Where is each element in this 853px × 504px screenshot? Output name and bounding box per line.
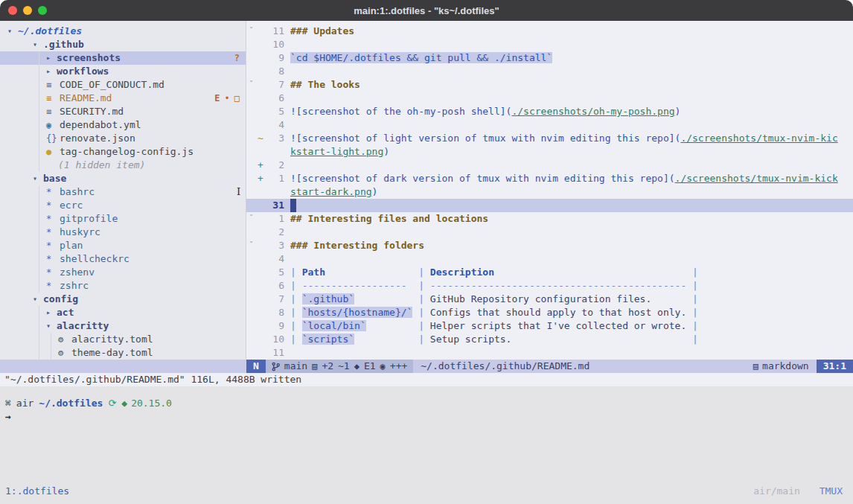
tree-item-folder-act[interactable]: ▸act (0, 306, 246, 319)
syntax-ttext: Helper scripts that I've collected or wr… (430, 320, 686, 331)
git-branch-icon (272, 362, 280, 371)
tree-item-file-zshenv[interactable]: *zshenv (0, 266, 246, 279)
editor-line[interactable]: start-dark.png) (246, 185, 853, 199)
tree-item-file-theme-day-toml[interactable]: ⚙theme-day.toml (0, 346, 246, 360)
tree-item-hidden-items-info[interactable]: (1 hidden item) (0, 159, 246, 172)
fold-open-icon[interactable]: ˇ (246, 212, 256, 226)
syntax-ttext (354, 293, 418, 304)
editor-line[interactable]: 11 (246, 346, 853, 360)
syntax-heading: ### Interesting folders (290, 240, 424, 251)
chevron-down-icon[interactable]: ▾ (7, 25, 18, 38)
tree-item-file-zshrc[interactable]: *zshrc (0, 279, 246, 293)
tree-item-folder-screenshots[interactable]: ▸screenshots? (0, 51, 246, 65)
syntax-ttext (686, 280, 692, 291)
gutter-gap (284, 92, 290, 105)
editor-line[interactable]: ˇ11### Updates (246, 25, 853, 38)
shell-icon: * (46, 212, 60, 226)
tree-item-file-plan[interactable]: *plan (0, 239, 246, 252)
editor-pane[interactable]: ˇ11### Updates109`cd $HOME/.dotfiles && … (246, 21, 853, 360)
syntax-tpipe: ----------------------------------------… (430, 280, 686, 291)
editor-line[interactable]: 2 (246, 226, 853, 239)
editor-line[interactable]: 5![screenshot of the oh-my-posh shell](.… (246, 105, 853, 118)
tree-item-file-alacritty-toml[interactable]: ⚙alacritty.toml (0, 333, 246, 346)
chevron-down-icon[interactable]: ▾ (33, 172, 43, 185)
editor-line[interactable]: 4 (246, 252, 853, 266)
editor-line[interactable]: 8 (246, 65, 853, 78)
tree-item-file-gitprofile[interactable]: *gitprofile (0, 212, 246, 226)
tree-item-file-ecrc[interactable]: *ecrc (0, 199, 246, 212)
close-button[interactable] (8, 6, 17, 15)
tree-item-label: README.md (60, 92, 112, 105)
filepath-segment: ~/.dotfiles/.github/README.md ▤ markdown (413, 360, 816, 373)
editor-line[interactable]: kstart-light.png) (246, 145, 853, 159)
shell-icon: * (46, 199, 60, 212)
chevron-down-icon[interactable]: ▾ (33, 293, 43, 306)
editor-line[interactable]: 10| `scripts` | Setup scripts. | (246, 333, 853, 346)
tree-item-file-huskyrc[interactable]: *huskyrc (0, 226, 246, 239)
json-icon: {} (46, 132, 60, 145)
editor-line[interactable]: +1![screenshot of dark version of tmux w… (246, 172, 853, 185)
editor-line[interactable]: 9| `local/bin` | Helper scripts that I'v… (246, 319, 853, 333)
editor-line[interactable]: 31 (246, 199, 853, 212)
tree-item-file-security[interactable]: ≡SECURITY.md (0, 105, 246, 118)
tree-item-file-dependabot[interactable]: ◉dependabot.yml (0, 118, 246, 132)
fold-column (246, 185, 256, 199)
tree-item-root-dotfiles[interactable]: ▾~/.dotfiles (0, 25, 246, 38)
fold-open-icon[interactable]: ˇ (246, 78, 256, 92)
editor-line[interactable]: 7| `.github` | GitHub Repository configu… (246, 293, 853, 306)
mouse-cursor: I (237, 185, 240, 199)
tree-item-file-code-of-conduct[interactable]: ≡CODE_OF_CONDUCT.md (0, 78, 246, 92)
editor-line[interactable]: ~3![screenshot of light version of tmux … (246, 132, 853, 145)
tree-item-file-tag-changelog[interactable]: ●tag-changelog-config.js (0, 145, 246, 159)
editor-line[interactable]: 4 (246, 118, 853, 132)
editor-line[interactable]: +2 (246, 159, 853, 172)
line-number: 3 (265, 132, 284, 145)
gutter-gap (284, 319, 290, 333)
syntax-mdlink: ./screenshots/tmux-nvim-kic (680, 133, 837, 144)
tree-item-folder-config[interactable]: ▾config (0, 293, 246, 306)
zoom-button[interactable] (38, 6, 47, 15)
traffic-lights (8, 6, 47, 15)
line-number: 9 (265, 51, 284, 65)
tree-item-file-shellcheckrc[interactable]: *shellcheckrc (0, 252, 246, 266)
line-number: 5 (265, 266, 284, 279)
fold-open-icon[interactable]: ˇ (246, 25, 256, 38)
editor-line[interactable]: ˇ3### Interesting folders (246, 239, 853, 252)
editor-line[interactable]: 6 (246, 92, 853, 105)
gutter-gap (284, 105, 290, 118)
gutter-gap (284, 279, 290, 293)
editor-line[interactable]: 5| Path | Description | (246, 266, 853, 279)
syntax-tcode: `.github` (302, 293, 354, 304)
tree-item-file-bashrc[interactable]: *bashrc (0, 185, 246, 199)
git-sign (256, 199, 265, 212)
editor-line[interactable]: ˇ7## The looks (246, 78, 853, 92)
tree-item-label: gitprofile (60, 212, 118, 226)
chevron-right-icon[interactable]: ▸ (46, 51, 57, 65)
editor-line[interactable]: 6| ------------------ | ----------------… (246, 279, 853, 293)
chevron-right-icon[interactable]: ▸ (46, 65, 57, 78)
editor-line[interactable]: 10 (246, 38, 853, 51)
tree-item-label: config (43, 293, 78, 306)
tree-item-folder-github[interactable]: ▾.github (0, 38, 246, 51)
tmux-window-tab[interactable]: 1:.dotfiles (5, 485, 69, 498)
neotree-sidebar[interactable]: ▾~/.dotfiles▾.github▸screenshots?▸workfl… (0, 21, 246, 360)
tree-item-file-renovate[interactable]: {}renovate.json (0, 132, 246, 145)
syntax-tpipe: | (290, 293, 302, 304)
editor-line[interactable]: 9`cd $HOME/.dotfiles && git pull && ./in… (246, 51, 853, 65)
diagnostic-icon: ◆ (354, 360, 360, 373)
tree-item-folder-base[interactable]: ▾base (0, 172, 246, 185)
fold-column (246, 266, 256, 279)
minimize-button[interactable] (23, 6, 32, 15)
prompt-arrow[interactable]: → (5, 410, 853, 424)
chevron-down-icon[interactable]: ▾ (46, 319, 57, 333)
terminal-shell[interactable]: ⌘ air ~/.dotfiles ⟳ ◆ 20.15.0 → 1:.dotfi… (0, 386, 853, 504)
fold-open-icon[interactable]: ˇ (246, 239, 256, 252)
tree-item-folder-alacritty[interactable]: ▾alacritty (0, 319, 246, 333)
tree-item-file-readme[interactable]: ≡README.mdE•□ (0, 92, 246, 105)
line-text: | `hosts/{hostname}/` | Configs that sho… (290, 306, 853, 319)
editor-line[interactable]: 8| `hosts/{hostname}/` | Configs that sh… (246, 306, 853, 319)
chevron-right-icon[interactable]: ▸ (46, 306, 57, 319)
chevron-down-icon[interactable]: ▾ (33, 38, 43, 51)
editor-line[interactable]: ˇ1## Interesting files and locations (246, 212, 853, 226)
tree-item-folder-workflows[interactable]: ▸workflows (0, 65, 246, 78)
